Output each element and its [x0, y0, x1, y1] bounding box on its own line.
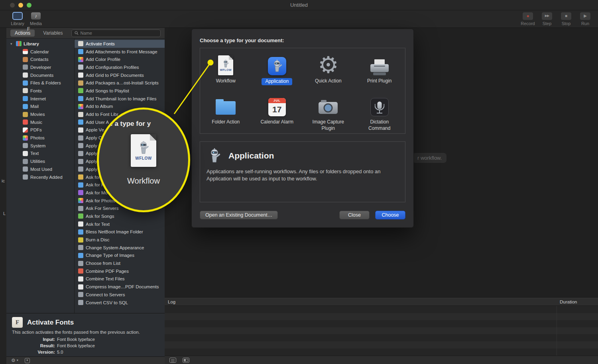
sidebar-item-label: Most Used — [30, 167, 52, 172]
type-print-plugin[interactable]: Print Plugin — [354, 50, 405, 91]
sidebar-item[interactable]: Contacts — [6, 55, 74, 63]
action-row[interactable]: Burn a Disc — [75, 236, 165, 244]
action-row[interactable]: Change Type of Images — [75, 252, 165, 260]
action-label: Ask for Photos — [86, 198, 116, 203]
category-icon — [23, 57, 28, 62]
media-button[interactable]: ♪ Media — [29, 12, 43, 26]
action-row[interactable]: Combine PDF Pages — [75, 267, 165, 275]
calendar-day: 17 — [268, 103, 286, 115]
sidebar-item[interactable]: Photos — [6, 134, 74, 142]
show-when-run-toggle[interactable]: ▾ — [25, 358, 30, 363]
disclosure-triangle-icon[interactable]: ▾ — [10, 42, 14, 46]
log-row — [165, 313, 598, 320]
action-row[interactable]: Add Configuration Profiles — [75, 63, 165, 71]
category-icon — [23, 88, 28, 93]
action-row[interactable]: Choose from List — [75, 259, 165, 267]
action-row[interactable]: Activate Fonts — [75, 40, 165, 48]
workflow-zoom-icon: WFLOW — [131, 134, 156, 167]
action-row[interactable]: Ask for Songs — [75, 212, 165, 220]
sidebar-item[interactable]: Recently Added — [6, 173, 74, 181]
action-row[interactable]: Add Color Profile — [75, 55, 165, 63]
action-row[interactable]: Add Attachments to Front Message — [75, 48, 165, 56]
category-icon — [23, 104, 28, 109]
detail-field: Input: Font Book typeface — [12, 336, 159, 342]
category-icon — [23, 49, 28, 54]
printer-body — [370, 64, 389, 72]
close-dialog-button[interactable]: Close — [339, 211, 370, 219]
sidebar-item[interactable]: Developer — [6, 63, 74, 71]
action-icon — [78, 88, 83, 93]
type-folder-action[interactable]: Folder Action — [200, 91, 252, 132]
search-field[interactable] — [71, 29, 161, 37]
action-row[interactable]: Compress Image…PDF Documents — [75, 283, 165, 291]
columns-view-toggle-button[interactable] — [183, 358, 189, 363]
sidebar-item[interactable]: Fonts — [6, 87, 74, 95]
type-calendar-alarm[interactable]: JUL 17 Calendar Alarm — [252, 91, 303, 132]
type-label-print-plugin: Print Plugin — [367, 78, 391, 84]
sidebar-item[interactable]: Calendar — [6, 48, 74, 56]
stop-button-label: Stop — [562, 21, 571, 26]
gear-icon: ⚙ — [11, 358, 16, 363]
sidebar-item[interactable]: PDFs — [6, 126, 74, 134]
wflow-badge: WFLOW — [220, 68, 232, 71]
action-row[interactable]: Convert CSV to SQL — [75, 299, 165, 307]
type-workflow[interactable]: WFLOW Workflow — [200, 50, 252, 91]
stop-button[interactable]: ■ Stop — [559, 12, 573, 26]
robot-icon — [221, 59, 230, 68]
tab-actions[interactable]: Actions — [10, 29, 35, 37]
action-icon — [78, 96, 83, 101]
category-icon — [23, 80, 28, 86]
type-application[interactable]: Application — [252, 50, 303, 91]
action-row[interactable]: Bless NetBoot Image Folder — [75, 228, 165, 236]
sidebar-item-label: Developer — [30, 65, 51, 70]
panel-footer: ⚙ ▾ ▾ — [6, 356, 165, 364]
action-menu-button[interactable]: ⚙ ▾ — [11, 358, 18, 363]
library-button[interactable]: Library — [10, 12, 25, 26]
category-icon — [23, 127, 28, 133]
list-view-toggle-button[interactable] — [169, 358, 176, 363]
open-existing-document-button[interactable]: Open an Existing Document… — [200, 211, 278, 219]
sidebar-item[interactable]: Documents — [6, 71, 74, 79]
sidebar-item[interactable]: Files & Folders — [6, 79, 74, 87]
sidebar-item[interactable]: Most Used — [6, 165, 74, 173]
action-icon — [78, 284, 83, 290]
action-label: Bless NetBoot Image Folder — [86, 229, 143, 234]
search-input[interactable] — [81, 31, 158, 35]
action-label: Choose from List — [86, 261, 120, 266]
sidebar-item[interactable]: Movies — [6, 110, 74, 118]
sidebar-item-label: Text — [30, 151, 39, 156]
sidebar-item[interactable]: Music — [6, 118, 74, 126]
tab-variables[interactable]: Variables — [39, 29, 67, 37]
step-button[interactable]: ▶▶ Step — [540, 12, 554, 26]
callout-workflow-label: Workflow — [99, 176, 188, 186]
detail-field: Version: 5.0 — [12, 349, 159, 355]
filter-bar: Actions Variables — [6, 28, 165, 39]
sidebar-item[interactable]: Text — [6, 150, 74, 158]
action-row[interactable]: Connect to Servers — [75, 291, 165, 299]
action-row[interactable]: Combine Text Files — [75, 275, 165, 283]
sidebar-item[interactable]: Utilities — [6, 157, 74, 165]
run-button[interactable]: ▶ Run — [578, 12, 592, 26]
type-dictation-command[interactable]: Dictation Command — [354, 91, 405, 132]
action-row[interactable]: Add Thumbnail Icon to Image Files — [75, 95, 165, 103]
action-label: Ask for Text — [86, 222, 110, 227]
stop-icon: ■ — [561, 12, 571, 20]
action-label: Add User A — [86, 120, 109, 125]
action-row[interactable]: Add Grid to PDF Documents — [75, 71, 165, 79]
action-icon — [78, 213, 83, 219]
sidebar-item-library[interactable]: ▾ Library — [6, 40, 74, 48]
choose-button[interactable]: Choose — [375, 211, 405, 219]
type-quick-action[interactable]: ⚙ Quick Action — [303, 50, 354, 91]
record-button[interactable]: ● Record — [521, 12, 535, 26]
log-column-header: Log — [168, 298, 175, 305]
action-row[interactable]: Change System Appearance — [75, 244, 165, 252]
action-row[interactable]: Add Songs to Playlist — [75, 87, 165, 95]
type-image-capture-plugin[interactable]: Image Capture Plugin — [303, 91, 354, 132]
sidebar-item[interactable]: Mail — [6, 103, 74, 111]
sidebar-item[interactable]: System — [6, 142, 74, 150]
action-row[interactable]: Add Packages a…ost-Install Scripts — [75, 79, 165, 87]
automator-window: Untitled Library ♪ Media ● Record ▶▶ Ste… — [0, 0, 598, 364]
sidebar-item-label: Contacts — [30, 57, 48, 62]
sidebar-item[interactable]: Internet — [6, 95, 74, 103]
action-row[interactable]: Ask for Text — [75, 220, 165, 228]
